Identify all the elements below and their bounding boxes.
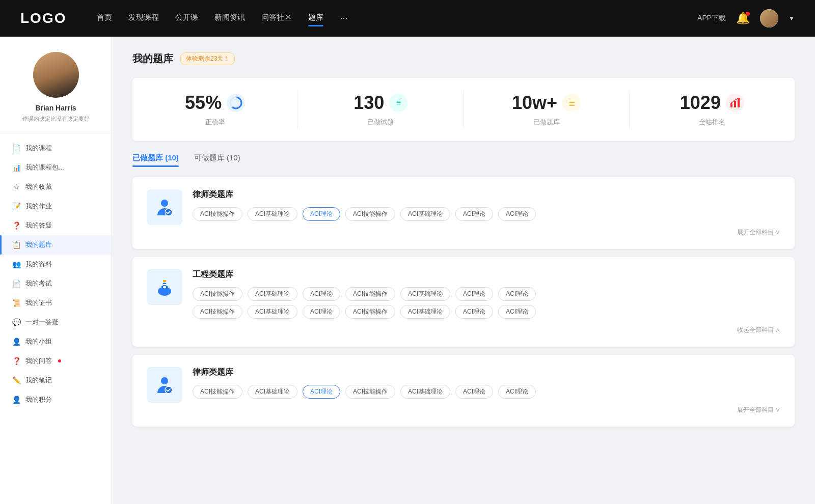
tag[interactable]: ACI技能操作: [345, 305, 395, 319]
ranking-icon: [726, 94, 744, 112]
bank-card-lawyer-1: 律师类题库 ACI技能操作 ACI基础理论 ACI理论 ACI技能操作 ACI基…: [132, 177, 795, 249]
tag[interactable]: ACI基础理论: [248, 305, 297, 319]
main-content: 我的题库 体验剩余23天！ 55% 正确率 13: [112, 37, 815, 504]
svg-point-12: [161, 377, 168, 384]
navbar-menu: 首页 发现课程 公开课 新闻资讯 问答社区 题库 ···: [97, 13, 697, 24]
sidebar-item-my-courses[interactable]: 📄 我的课程: [0, 138, 112, 158]
tag[interactable]: ACI理论: [455, 207, 493, 221]
tag[interactable]: ACI理论: [455, 287, 493, 301]
nav-qa[interactable]: 问答社区: [261, 13, 292, 24]
lawyer-bank-icon: [147, 189, 182, 225]
expand-button-engineer[interactable]: 收起全部科目 ∧: [737, 326, 780, 334]
page-wrapper: Brian Harris 错误的决定比没有决定要好 📄 我的课程 📊 我的课程包…: [0, 37, 815, 504]
trial-badge: 体验剩余23天！: [180, 52, 235, 65]
logo[interactable]: LOGO: [20, 10, 66, 26]
tag[interactable]: ACI理论: [455, 385, 493, 399]
notes-icon: ✏️: [12, 376, 20, 384]
expand-button-lawyer-2[interactable]: 展开全部科目 ∨: [737, 406, 780, 414]
bank-card-engineer: 工程类题库 ACI技能操作 ACI基础理论 ACI理论 ACI技能操作 ACI基…: [132, 257, 795, 347]
sidebar: Brian Harris 错误的决定比没有决定要好 📄 我的课程 📊 我的课程包…: [0, 37, 112, 504]
nav-open-course[interactable]: 公开课: [175, 13, 198, 24]
accuracy-icon: [227, 94, 245, 112]
tag[interactable]: ACI基础理论: [400, 385, 450, 399]
tag[interactable]: ACI基础理论: [248, 207, 297, 221]
tag[interactable]: ACI理论: [455, 305, 493, 319]
tag[interactable]: ACI基础理论: [400, 287, 450, 301]
points-icon: 👤: [12, 396, 20, 404]
svg-rect-2: [730, 103, 732, 107]
sidebar-item-points[interactable]: 👤 我的积分: [0, 390, 112, 409]
tab-available-banks[interactable]: 可做题库 (10): [194, 153, 240, 167]
tag[interactable]: ACI理论: [498, 287, 536, 301]
list-icon: 📋: [12, 241, 20, 249]
tag[interactable]: ACI技能操作: [193, 287, 242, 301]
sidebar-item-exam[interactable]: 📄 我的考试: [0, 274, 112, 293]
tab-done-banks[interactable]: 已做题库 (10): [132, 153, 179, 167]
stat-rank-label: 全站排名: [699, 118, 725, 127]
tabs: 已做题库 (10) 可做题库 (10): [132, 153, 795, 167]
tag[interactable]: ACI理论: [498, 385, 536, 399]
stat-done-questions: 130 ≡ 已做试题: [298, 90, 464, 129]
sidebar-item-notes[interactable]: ✏️ 我的笔记: [0, 371, 112, 390]
sidebar-item-my-data[interactable]: 👥 我的资料: [0, 255, 112, 274]
banks-icon: ≣: [562, 94, 581, 112]
edit-icon: 📝: [12, 202, 20, 210]
sidebar-item-certificate[interactable]: 📜 我的证书: [0, 293, 112, 313]
bank-tags-engineer-row1: ACI技能操作 ACI基础理论 ACI理论 ACI技能操作 ACI基础理论 AC…: [193, 287, 780, 301]
tag[interactable]: ACI技能操作: [193, 385, 242, 399]
bank-title-lawyer-2: 律师类题库: [193, 367, 780, 378]
svg-rect-4: [738, 99, 740, 107]
app-download-button[interactable]: APP下载: [697, 14, 726, 23]
notification-dot: [746, 12, 750, 16]
page-header: 我的题库 体验剩余23天！: [132, 52, 795, 66]
chevron-down-icon[interactable]: ▼: [789, 15, 795, 22]
avatar[interactable]: [760, 9, 778, 27]
bank-tags-engineer-row2: ACI技能操作 ACI基础理论 ACI理论 ACI技能操作 ACI基础理论 AC…: [193, 305, 780, 319]
svg-point-6: [161, 200, 168, 207]
tag[interactable]: ACI技能操作: [345, 207, 395, 221]
nav-home[interactable]: 首页: [97, 13, 112, 24]
sidebar-item-my-questions[interactable]: ❓ 我的问答: [0, 351, 112, 371]
svg-rect-3: [734, 101, 736, 107]
tag[interactable]: ACI技能操作: [193, 305, 242, 319]
tag[interactable]: ACI基础理论: [400, 207, 450, 221]
sidebar-item-qa[interactable]: ❓ 我的答疑: [0, 216, 112, 235]
document-icon: 📄: [12, 144, 20, 152]
nav-more[interactable]: ···: [340, 13, 347, 24]
stat-done-banks: 10w+ ≣ 已做题库: [464, 90, 630, 129]
tag[interactable]: ACI理论: [303, 287, 340, 301]
sidebar-item-question-bank[interactable]: 📋 我的题库: [0, 235, 112, 255]
sidebar-item-favorites[interactable]: ☆ 我的收藏: [0, 177, 112, 197]
stat-done-value: 130: [354, 92, 384, 114]
svg-point-11: [163, 286, 166, 289]
tag[interactable]: ACI基础理论: [400, 305, 450, 319]
tag-active[interactable]: ACI理论: [303, 207, 340, 221]
notification-bell[interactable]: 🔔: [736, 12, 750, 25]
tag[interactable]: ACI技能操作: [345, 287, 395, 301]
tag[interactable]: ACI理论: [498, 207, 536, 221]
nav-news[interactable]: 新闻资讯: [214, 13, 245, 24]
nav-courses[interactable]: 发现课程: [128, 13, 159, 24]
tag[interactable]: ACI技能操作: [345, 385, 395, 399]
sidebar-item-one-on-one[interactable]: 💬 一对一答疑: [0, 313, 112, 332]
tag[interactable]: ACI技能操作: [193, 207, 242, 221]
avatar-image: [760, 9, 778, 27]
stat-accuracy-label: 正确率: [205, 118, 225, 127]
bank-tags-lawyer-2: ACI技能操作 ACI基础理论 ACI理论 ACI技能操作 ACI基础理论 AC…: [193, 385, 780, 399]
tag[interactable]: ACI理论: [303, 305, 340, 319]
sidebar-avatar: [33, 52, 79, 98]
group-icon: 👤: [12, 338, 20, 346]
exam-icon: 📄: [12, 279, 20, 288]
sidebar-item-course-package[interactable]: 📊 我的课程包...: [0, 158, 112, 177]
nav-bank[interactable]: 题库: [308, 13, 323, 24]
bank-card-lawyer-2: 律师类题库 ACI技能操作 ACI基础理论 ACI理论 ACI技能操作 ACI基…: [132, 355, 795, 427]
chart-icon: 📊: [12, 163, 20, 172]
tag[interactable]: ACI理论: [498, 305, 536, 319]
expand-button-lawyer-1[interactable]: 展开全部科目 ∨: [737, 228, 780, 237]
sidebar-item-group[interactable]: 👤 我的小组: [0, 332, 112, 351]
stat-accuracy-value: 55%: [185, 92, 222, 114]
tag-active[interactable]: ACI理论: [303, 385, 340, 399]
sidebar-item-homework[interactable]: 📝 我的作业: [0, 197, 112, 216]
tag[interactable]: ACI基础理论: [248, 385, 297, 399]
tag[interactable]: ACI基础理论: [248, 287, 297, 301]
